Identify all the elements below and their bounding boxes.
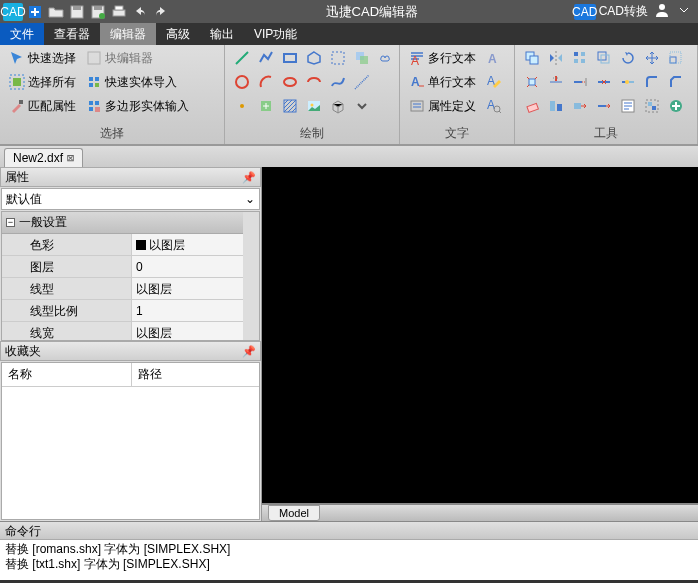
offset-icon[interactable] — [593, 47, 615, 69]
rect-icon[interactable] — [279, 47, 301, 69]
boundary-icon[interactable] — [327, 47, 349, 69]
extend-icon[interactable] — [569, 71, 591, 93]
quick-select-button[interactable]: 快速选择 — [6, 47, 79, 69]
print-icon[interactable] — [110, 3, 128, 21]
new-icon[interactable] — [26, 3, 44, 21]
fav-col-path[interactable]: 路径 — [132, 363, 168, 386]
open-icon[interactable] — [47, 3, 65, 21]
break-icon[interactable] — [593, 71, 615, 93]
3dface-icon[interactable] — [327, 95, 349, 117]
move-icon[interactable] — [641, 47, 663, 69]
region-icon[interactable] — [351, 47, 373, 69]
collapse-icon[interactable]: − — [6, 218, 15, 227]
polyline-icon[interactable] — [255, 47, 277, 69]
copy-icon[interactable] — [521, 47, 543, 69]
text-style-icon[interactable]: A — [483, 47, 505, 69]
arc-icon[interactable] — [255, 71, 277, 93]
spline-icon[interactable] — [327, 71, 349, 93]
props-combo[interactable]: 默认值⌄ — [1, 188, 260, 210]
tab-editor[interactable]: 编辑器 — [100, 23, 156, 45]
svg-rect-7 — [115, 6, 123, 10]
svg-rect-2 — [73, 6, 81, 10]
tab-viewer[interactable]: 查看器 — [44, 23, 100, 45]
svg-rect-50 — [527, 103, 538, 112]
join-icon[interactable] — [617, 71, 639, 93]
dropdown-icon[interactable] — [676, 2, 692, 21]
fillet-icon[interactable] — [641, 71, 663, 93]
polygon-icon[interactable] — [303, 47, 325, 69]
prop-value[interactable]: 以图层 — [132, 234, 259, 255]
mirror-icon[interactable] — [545, 47, 567, 69]
dropdown-button[interactable] — [351, 95, 373, 117]
select-all-button[interactable]: 选择所有 — [6, 71, 79, 93]
align-icon[interactable] — [545, 95, 567, 117]
text-find-icon[interactable]: A — [483, 95, 505, 117]
redo-icon[interactable] — [152, 3, 170, 21]
ellipse-arc-icon[interactable] — [303, 71, 325, 93]
pin-icon[interactable]: 📌 — [242, 345, 256, 358]
prop-value[interactable]: 1 — [132, 300, 259, 321]
svg-rect-41 — [581, 52, 585, 56]
prop-row[interactable]: 图层0 — [2, 256, 259, 278]
lengthen-icon[interactable] — [593, 95, 615, 117]
insert-block-icon[interactable] — [255, 95, 277, 117]
fav-col-name[interactable]: 名称 — [2, 363, 132, 386]
tab-output[interactable]: 输出 — [200, 23, 244, 45]
image-icon[interactable] — [303, 95, 325, 117]
circle-icon[interactable] — [231, 71, 253, 93]
cmdline-output[interactable]: 替换 [romans.shx] 字体为 [SIMPLEX.SHX] 替换 [tx… — [0, 540, 698, 580]
xline-icon[interactable] — [351, 71, 373, 93]
tab-file[interactable]: 文件 — [0, 23, 44, 45]
tab-vip[interactable]: VIP功能 — [244, 23, 307, 45]
drawing-canvas[interactable]: Model — [262, 167, 698, 521]
svg-point-30 — [311, 104, 314, 107]
user-icon[interactable] — [654, 2, 670, 21]
block-editor-button[interactable]: 块编辑器 — [83, 47, 192, 69]
scale-icon[interactable] — [665, 47, 687, 69]
match-props-button[interactable]: 匹配属性 — [6, 95, 79, 117]
prop-row[interactable]: 线宽以图层 — [2, 322, 259, 341]
pin-icon[interactable]: 📌 — [242, 171, 256, 184]
file-tab-label: New2.dxf — [13, 151, 63, 165]
prop-group-header[interactable]: −一般设置 — [2, 212, 259, 234]
poly-import-button[interactable]: 多边形实体输入 — [83, 95, 192, 117]
explode-icon[interactable] — [521, 71, 543, 93]
erase-icon[interactable] — [521, 95, 543, 117]
line-icon[interactable] — [231, 47, 253, 69]
app-icon[interactable]: CAD — [3, 3, 23, 21]
hatch-icon[interactable] — [279, 95, 301, 117]
saveas-icon[interactable] — [89, 3, 107, 21]
rotate-icon[interactable] — [617, 47, 639, 69]
brush-icon — [9, 98, 25, 114]
prop-row[interactable]: 线型比例1 — [2, 300, 259, 322]
tab-advanced[interactable]: 高级 — [156, 23, 200, 45]
trim-icon[interactable] — [545, 71, 567, 93]
prop-value[interactable]: 以图层 — [132, 278, 259, 299]
attdef-button[interactable]: 属性定义 — [406, 95, 479, 117]
more-tools-icon[interactable] — [665, 95, 687, 117]
chamfer-icon[interactable] — [665, 71, 687, 93]
properties-icon[interactable] — [617, 95, 639, 117]
point-icon[interactable] — [231, 95, 253, 117]
prop-value[interactable]: 以图层 — [132, 322, 259, 341]
close-tab-icon[interactable]: ⊠ — [67, 151, 74, 165]
fast-import-button[interactable]: 快速实体导入 — [83, 71, 192, 93]
revcloud-icon[interactable] — [375, 47, 397, 69]
undo-icon[interactable] — [131, 3, 149, 21]
cad-convert-button[interactable]: CAD CAD转换 — [574, 3, 648, 20]
text-edit-icon[interactable]: A — [483, 71, 505, 93]
ellipse-icon[interactable] — [279, 71, 301, 93]
group-icon[interactable] — [641, 95, 663, 117]
prop-row[interactable]: 线型以图层 — [2, 278, 259, 300]
prop-row[interactable]: 色彩以图层 — [2, 234, 259, 256]
stext-button[interactable]: A单行文本 — [406, 71, 479, 93]
scrollbar[interactable] — [243, 212, 259, 340]
fav-panel-title: 收藏夹 — [5, 343, 41, 360]
model-tab[interactable]: Model — [268, 505, 320, 521]
stretch-icon[interactable] — [569, 95, 591, 117]
file-tab[interactable]: New2.dxf ⊠ — [4, 148, 83, 167]
mtext-button[interactable]: A多行文本 — [406, 47, 479, 69]
prop-value[interactable]: 0 — [132, 256, 259, 277]
array-icon[interactable] — [569, 47, 591, 69]
save-icon[interactable] — [68, 3, 86, 21]
